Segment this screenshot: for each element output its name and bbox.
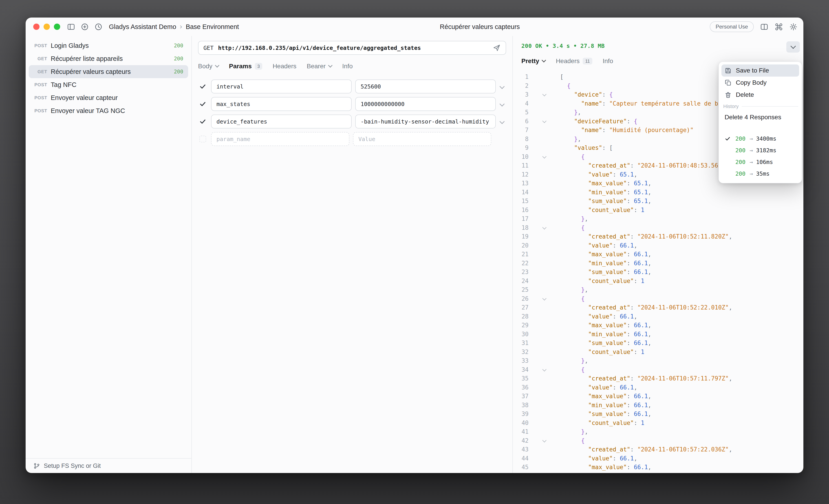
sync-setup-button[interactable]: Setup FS Sync or Git <box>26 458 191 473</box>
chevron-down-icon[interactable] <box>500 102 505 107</box>
new-request-icon[interactable] <box>81 23 89 31</box>
new-param-value-input[interactable] <box>353 132 491 146</box>
code-content: "count_value": 1 <box>560 277 644 286</box>
request-item[interactable]: GETRécupérer liste appareils200 <box>29 52 188 65</box>
token: : <box>634 207 641 213</box>
code-gutter <box>529 445 560 454</box>
token: "value" <box>588 455 613 462</box>
code-content: }, <box>560 215 588 223</box>
command-palette-icon[interactable] <box>774 23 783 31</box>
code-line: 21 "max_value": 66.1, <box>513 250 803 259</box>
chevron-down-icon[interactable] <box>500 119 505 124</box>
response-menu-button[interactable] <box>786 41 800 52</box>
tab-info[interactable]: Info <box>342 63 353 70</box>
line-number: 12 <box>513 170 529 179</box>
request-item[interactable]: POSTTag NFC <box>29 78 188 91</box>
request-name: Envoyer valeur capteur <box>51 94 183 102</box>
history-response-item[interactable]: 200→3182ms <box>721 144 799 156</box>
param-name-input[interactable] <box>211 114 352 129</box>
tab-info[interactable]: Info <box>603 58 613 65</box>
token: "deviceFeature" <box>574 118 627 124</box>
param-value-input[interactable] <box>355 79 496 94</box>
token: : <box>613 384 620 391</box>
code-line: 29 "max_value": 66.1, <box>513 321 803 330</box>
request-item[interactable]: POSTEnvoyer valeur TAG NGC <box>29 104 188 117</box>
code-gutter <box>529 348 560 357</box>
token: , <box>634 242 638 249</box>
menu-item-delete-responses[interactable]: Delete 4 Responses <box>721 111 799 123</box>
history-response-item[interactable]: 200→106ms <box>721 156 799 168</box>
trash-icon <box>725 92 732 98</box>
token: : <box>627 180 634 187</box>
request-item[interactable]: POSTEnvoyer valeur capteur <box>29 91 188 104</box>
request-item[interactable]: POSTLogin Gladys200 <box>29 39 188 52</box>
collapse-chevron-icon[interactable] <box>542 296 546 300</box>
tab-body[interactable]: Body <box>198 63 219 70</box>
code-gutter <box>529 259 560 268</box>
token: : <box>634 420 641 426</box>
zoom-window-button[interactable] <box>54 24 60 30</box>
settings-gear-icon[interactable] <box>789 23 798 31</box>
code-gutter <box>529 206 560 215</box>
method-selector[interactable]: GET <box>204 45 214 51</box>
param-value-input[interactable] <box>355 97 496 111</box>
line-number: 3 <box>513 90 529 99</box>
breadcrumb: Gladys Assistant Demo › Base Environment <box>109 23 239 31</box>
collapse-chevron-icon[interactable] <box>542 225 546 229</box>
menu-item-save-to-file[interactable]: Save to File <box>721 65 799 77</box>
url-input[interactable]: http://192.168.0.235/api/v1/device_featu… <box>218 45 488 51</box>
token: { <box>581 295 585 302</box>
token: "created_at" <box>588 162 630 169</box>
line-number: 46 <box>513 472 529 473</box>
param-name-input[interactable] <box>211 97 352 111</box>
new-param-row <box>198 132 506 146</box>
close-window-button[interactable] <box>33 24 39 30</box>
token: { <box>581 153 585 160</box>
collapse-chevron-icon[interactable] <box>542 92 546 96</box>
tab-headers[interactable]: Headers11 <box>556 58 592 65</box>
history-response-item[interactable]: 200→35ms <box>721 168 799 179</box>
collapse-chevron-icon[interactable] <box>542 119 546 123</box>
token: , <box>578 109 581 116</box>
layout-columns-icon[interactable] <box>760 23 768 31</box>
param-name-input[interactable] <box>211 79 352 94</box>
collapse-chevron-icon[interactable] <box>542 154 546 158</box>
param-enabled-checkbox[interactable] <box>198 101 208 107</box>
history-response-item[interactable]: 200→3400ms <box>721 133 799 144</box>
toggle-sidebar-icon[interactable] <box>67 23 75 31</box>
send-request-icon[interactable] <box>493 44 501 52</box>
request-item[interactable]: GETRécupérer valeurs capteurs200 <box>29 65 188 78</box>
tab-headers[interactable]: Headers <box>273 63 296 70</box>
response-summary: 200 OK • 3.4 s • 27.8 MB <box>521 43 795 49</box>
param-value-input[interactable] <box>355 114 496 129</box>
sync-setup-label: Setup FS Sync or Git <box>44 463 101 469</box>
tab-params[interactable]: Params3 <box>229 63 262 70</box>
tab-bearer[interactable]: Bearer <box>307 63 332 70</box>
menu-item-copy-body[interactable]: Copy Body <box>721 77 799 89</box>
collapse-chevron-icon[interactable] <box>542 438 546 442</box>
url-bar[interactable]: GET http://192.168.0.235/api/v1/device_f… <box>198 41 506 55</box>
minimize-window-button[interactable] <box>43 24 50 30</box>
param-enabled-checkbox[interactable] <box>198 118 208 125</box>
collapse-chevron-icon[interactable] <box>542 367 546 371</box>
token: 65.1 <box>634 180 648 187</box>
chevron-down-icon[interactable] <box>500 84 505 89</box>
line-number: 38 <box>513 401 529 410</box>
history-clock-icon[interactable] <box>94 23 103 31</box>
desktop-background: { "titlebar": { "breadcrumb": ["Gladys A… <box>0 0 829 504</box>
tab-pretty[interactable]: Pretty <box>521 58 545 65</box>
breadcrumb-workspace[interactable]: Gladys Assistant Demo <box>109 23 176 31</box>
line-number: 43 <box>513 445 529 454</box>
new-param-name-input[interactable] <box>211 132 349 146</box>
code-content: "min_value": 66.1, <box>560 330 651 339</box>
token: "value" <box>588 242 613 249</box>
history-duration: 35ms <box>756 171 769 177</box>
code-content: "min_value": 66.1, <box>560 472 651 473</box>
copy-icon <box>725 79 732 86</box>
param-enabled-checkbox[interactable] <box>198 83 208 90</box>
license-badge[interactable]: Personal Use <box>710 21 754 32</box>
breadcrumb-environment[interactable]: Base Environment <box>186 23 239 31</box>
code-content: "name": "Humidité (pourcentage)" <box>560 126 694 135</box>
new-param-checkbox[interactable] <box>198 136 208 142</box>
menu-item-delete[interactable]: Delete <box>721 89 799 101</box>
